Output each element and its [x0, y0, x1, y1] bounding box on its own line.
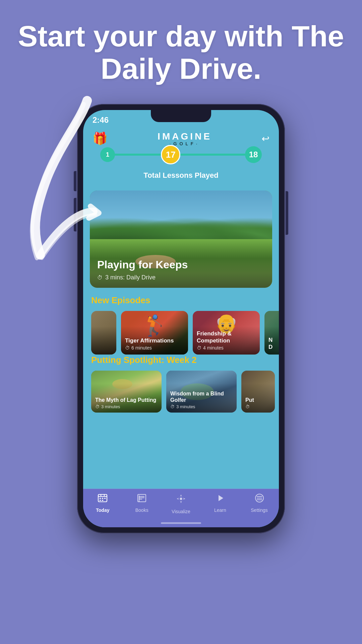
featured-meta: ⏱ 3 mins: Daily Drive: [97, 274, 156, 281]
progress-current: 17: [161, 145, 180, 164]
phone-mockup: 2:46 🎁 IMAGINE ·GOLF· ↪ 1: [77, 104, 285, 533]
status-time: 2:46: [93, 115, 109, 125]
clock-icon-partial: ⏱: [245, 404, 250, 409]
bottom-nav: Today Books: [83, 489, 279, 527]
app-content: 2:46 🎁 IMAGINE ·GOLF· ↪ 1: [83, 110, 279, 527]
phone-btn-power: [286, 191, 288, 235]
gift-icon[interactable]: 🎁: [93, 131, 108, 146]
phone-frame: 2:46 🎁 IMAGINE ·GOLF· ↪ 1: [77, 104, 285, 533]
visualize-label: Visualize: [172, 509, 190, 514]
nav-item-today[interactable]: Today: [83, 493, 122, 513]
svg-rect-6: [104, 498, 106, 499]
episode-name-tiger: Tiger Affirmations: [125, 337, 186, 344]
episodes-scroll: 🏌️ Tiger Affirmations ⏱ 6 minutes: [83, 311, 279, 355]
today-icon: [98, 493, 108, 505]
svg-rect-5: [102, 498, 103, 499]
episode-name-next: N: [268, 337, 279, 343]
svg-rect-7: [100, 500, 101, 501]
progress-start: 1: [100, 147, 115, 162]
spotlight-time-blind: ⏱ 3 minutes: [170, 404, 235, 409]
svg-rect-8: [102, 500, 103, 501]
app-logo: IMAGINE ·GOLF·: [158, 131, 212, 146]
progress-end: 18: [245, 146, 262, 163]
spotlight-name-lag: The Myth of Lag Putting: [95, 397, 160, 403]
svg-point-14: [180, 498, 182, 500]
progress-label: Total Lessons Played: [143, 171, 218, 180]
new-episodes-section: New Episodes 🏌️: [83, 295, 279, 355]
spotlight-name-partial: Put: [245, 397, 273, 403]
episode-name-friends: Friendship & Competition: [197, 330, 258, 344]
episode-info-tiger: Tiger Affirmations ⏱ 6 minutes: [125, 337, 186, 351]
episode-card-partial-left[interactable]: [91, 311, 116, 355]
hero-text: Start your day with The Daily Drive.: [0, 20, 362, 85]
spotlight-time-lag: ⏱ 3 minutes: [95, 404, 160, 409]
settings-label: Settings: [251, 507, 268, 513]
putting-spotlight-title: Putting Spotlight: Week 2: [83, 355, 279, 365]
books-icon: [137, 493, 147, 505]
svg-marker-15: [219, 495, 223, 501]
clock-icon-blind: ⏱: [170, 404, 175, 409]
episode-info-next: N D: [268, 337, 279, 351]
learn-label: Learn: [214, 507, 226, 513]
episode-card-friends[interactable]: 👴 Friendship & Competition ⏱ 4 minutes: [193, 311, 260, 355]
visualize-icon: [175, 493, 187, 507]
featured-title: Playing for Keeps: [97, 259, 188, 271]
episode-time-tiger: ⏱ 6 minutes: [125, 345, 186, 351]
spotlight-info-lag: The Myth of Lag Putting ⏱ 3 minutes: [95, 397, 160, 409]
spotlight-card-lag[interactable]: The Myth of Lag Putting ⏱ 3 minutes: [91, 371, 162, 413]
clock-icon-tiger: ⏱: [125, 345, 130, 351]
books-label: Books: [135, 507, 148, 513]
nav-item-learn[interactable]: Learn: [200, 493, 240, 513]
spotlight-time-partial: ⏱: [245, 404, 273, 409]
nav-item-books[interactable]: Books: [122, 493, 162, 513]
spotlight-scroll: The Myth of Lag Putting ⏱ 3 minutes: [83, 371, 279, 413]
phone-screen: 2:46 🎁 IMAGINE ·GOLF· ↪ 1: [83, 110, 279, 527]
progress-track: 1 17 18: [108, 154, 254, 156]
progress-section: 1 17 18 Total Lessons Played: [83, 154, 279, 180]
episode-name-next2: D: [268, 344, 279, 351]
share-icon[interactable]: ↪: [262, 133, 269, 144]
spotlight-card-partial[interactable]: Put ⏱: [241, 371, 275, 413]
home-indicator: [161, 522, 201, 524]
episode-info-friends: Friendship & Competition ⏱ 4 minutes: [197, 330, 258, 351]
putting-spotlight-section: Putting Spotlight: Week 2 The Myth o: [83, 355, 279, 413]
spotlight-card-blind[interactable]: Wisdom from a Blind Golfer ⏱ 3 minutes: [166, 371, 237, 413]
phone-btn-volume1: [74, 171, 76, 191]
phone-btn-volume2: [74, 198, 76, 231]
learn-icon: [215, 493, 225, 505]
nav-item-visualize[interactable]: Visualize: [162, 493, 201, 514]
episode-time-friends: ⏱ 4 minutes: [197, 345, 258, 351]
new-episodes-title: New Episodes: [83, 295, 279, 306]
featured-card[interactable]: Playing for Keeps ⏱ 3 mins: Daily Drive: [90, 191, 272, 288]
clock-icon: ⏱: [97, 275, 103, 281]
clock-icon-lag: ⏱: [95, 404, 100, 409]
svg-rect-4: [100, 498, 101, 499]
spotlight-info-blind: Wisdom from a Blind Golfer ⏱ 3 minutes: [170, 390, 235, 409]
episode-card-tiger[interactable]: 🏌️ Tiger Affirmations ⏱ 6 minutes: [121, 311, 188, 355]
today-label: Today: [96, 507, 109, 513]
spotlight-info-partial: Put ⏱: [245, 397, 273, 409]
clock-icon-friends: ⏱: [197, 345, 201, 351]
nav-item-settings[interactable]: Settings: [240, 493, 279, 513]
phone-notch: [151, 110, 211, 122]
spotlight-name-blind: Wisdom from a Blind Golfer: [170, 390, 235, 403]
episode-card-next[interactable]: N D: [264, 311, 279, 355]
settings-icon: [254, 493, 264, 505]
